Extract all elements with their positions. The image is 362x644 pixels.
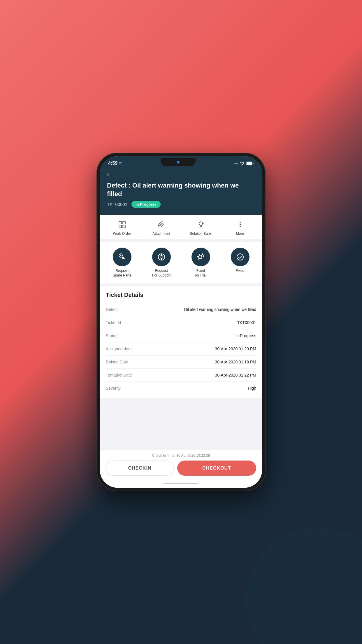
detail-row-ticket-id: Ticket Id TKT00001 <box>106 316 256 329</box>
home-indicator <box>100 480 262 488</box>
action-work-order[interactable]: Work Order <box>110 219 134 236</box>
svg-point-18 <box>160 256 163 258</box>
svg-point-25 <box>237 254 243 260</box>
more-label: More <box>236 232 244 236</box>
ticket-id: TKT00001 <box>107 202 127 207</box>
fixed-circle <box>231 248 249 266</box>
action-solution-bank[interactable]: Solution Bank <box>189 219 212 236</box>
ticket-id-label: Ticket Id <box>106 320 141 325</box>
checkout-button[interactable]: CHECKOUT <box>177 461 256 476</box>
raised-date-label: Raised Date <box>106 360 141 364</box>
tentative-date-value: 30-Apr-2020 01:22 PM <box>141 373 256 377</box>
ticket-id-value: TKT00001 <box>141 320 256 325</box>
main-content: Work Order Attachment <box>100 215 262 450</box>
paperclip-icon <box>156 219 167 230</box>
svg-rect-1 <box>247 162 252 165</box>
tentative-date-label: Tentative Date <box>106 373 141 377</box>
svg-rect-3 <box>123 221 125 224</box>
action-bar: Work Order Attachment <box>100 215 262 239</box>
severity-label: Severity <box>106 386 141 391</box>
dots-icon <box>235 219 245 230</box>
notch-dot <box>177 161 180 164</box>
signal-icon: ···· <box>234 161 238 165</box>
defect-label: Defect <box>106 307 141 312</box>
attachment-label: Attachment <box>152 232 170 236</box>
status-action-support[interactable]: RequestFor Support <box>152 248 171 278</box>
svg-rect-4 <box>119 225 122 228</box>
svg-point-15 <box>240 226 241 227</box>
header-meta: TKT00001 In Progress <box>107 201 255 208</box>
defect-value: Oil alert warning showing when we filled <box>141 307 256 312</box>
status-icons: ···· <box>234 161 254 165</box>
status-value: In Progress <box>141 333 256 338</box>
action-attachment[interactable]: Attachment <box>150 219 173 236</box>
severity-value: High <box>141 386 256 391</box>
status-action-fixed-on-trial[interactable]: Fixedon Trial <box>191 248 210 278</box>
fixed-on-trial-circle <box>191 248 210 266</box>
svg-line-11 <box>198 222 199 222</box>
svg-line-12 <box>203 222 203 222</box>
status-badge: In Progress <box>131 201 161 208</box>
back-button[interactable]: ‹ <box>107 171 109 178</box>
detail-row-defect: Defect Oil alert warning showing when we… <box>106 303 256 316</box>
checkin-time: Check In Time: 30 Apr 2020 13:22:36 <box>106 454 256 458</box>
svg-point-13 <box>240 222 241 223</box>
support-label: RequestFor Support <box>152 269 171 278</box>
work-order-label: Work Order <box>113 232 131 236</box>
support-circle <box>152 248 171 266</box>
detail-row-status: Status In Progress <box>106 329 256 342</box>
ticket-details-title: Ticket Details <box>106 292 256 298</box>
detail-row-assigned-date: Assigned date 30-Apr-2020 01:20 PM <box>106 342 256 356</box>
grid-icon <box>117 219 127 230</box>
solution-bank-label: Solution Bank <box>190 232 211 236</box>
status-label: Status <box>106 333 141 338</box>
bottom-buttons: CHECKIN CHECKOUT <box>106 461 256 476</box>
spare-parts-label: RequestSpare Parts <box>113 269 131 278</box>
header: ‹ Defect : Oil alert warning showing whe… <box>100 169 262 215</box>
bulb-icon <box>196 219 206 230</box>
notch <box>161 158 196 166</box>
detail-row-tentative-date: Tentative Date 30-Apr-2020 01:22 PM <box>106 369 256 382</box>
svg-rect-5 <box>123 225 125 228</box>
assigned-date-label: Assigned date <box>106 346 141 351</box>
home-bar <box>164 483 198 484</box>
svg-rect-2 <box>119 221 122 224</box>
checkin-button[interactable]: CHECKIN <box>106 461 174 476</box>
raised-date-value: 30-Apr-2020 01:18 PM <box>141 360 256 364</box>
spare-parts-circle <box>113 248 131 266</box>
svg-point-14 <box>240 224 241 225</box>
status-action-spare-parts[interactable]: RequestSpare Parts <box>113 248 131 278</box>
status-time: 4:59 <box>108 161 122 166</box>
action-more[interactable]: More <box>229 219 252 236</box>
assigned-date-value: 30-Apr-2020 01:20 PM <box>141 346 256 351</box>
bottom-bar: Check In Time: 30 Apr 2020 13:22:36 CHEC… <box>100 450 262 480</box>
ticket-details-section: Ticket Details Defect Oil alert warning … <box>100 286 262 398</box>
detail-row-severity: Severity High <box>106 382 256 395</box>
detail-row-raised-date: Raised Date 30-Apr-2020 01:18 PM <box>106 356 256 369</box>
page-title: Defect : Oil alert warning showing when … <box>107 181 255 198</box>
fixed-on-trial-label: Fixedon Trial <box>195 269 206 278</box>
status-actions: RequestSpare Parts RequestFor Sup <box>100 242 262 284</box>
fixed-label: Fixed <box>236 269 244 273</box>
status-bar: 4:59 ···· <box>100 156 262 169</box>
status-action-fixed[interactable]: Fixed <box>231 248 249 278</box>
